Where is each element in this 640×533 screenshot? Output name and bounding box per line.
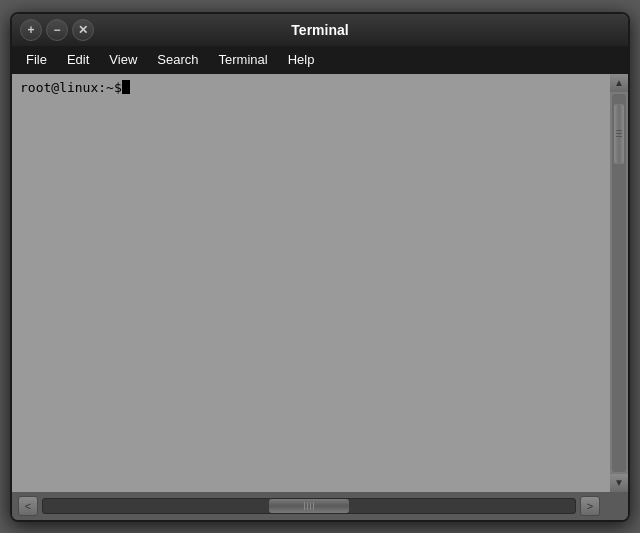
scroll-down-button[interactable]: ▼: [610, 474, 628, 492]
grip-line-3: [616, 136, 622, 137]
grip-line-2: [616, 133, 622, 134]
minimize-button[interactable]: −: [46, 19, 68, 41]
scroll-grip-vertical: [616, 130, 622, 137]
h-grip-line-2: [307, 502, 308, 510]
terminal-prompt-line: root@linux:~$: [20, 80, 602, 95]
add-tab-button[interactable]: +: [20, 19, 42, 41]
menu-file[interactable]: File: [16, 48, 57, 71]
scroll-left-button[interactable]: <: [18, 496, 38, 516]
scroll-up-button[interactable]: ▲: [610, 74, 628, 92]
close-button[interactable]: ✕: [72, 19, 94, 41]
content-area: root@linux:~$ ▲ ▼: [12, 74, 628, 492]
bottom-scrollbar-bar: < >: [12, 492, 628, 520]
scroll-grip-horizontal: [304, 502, 314, 510]
h-grip-line-1: [304, 502, 305, 510]
window-title: Terminal: [94, 22, 546, 38]
menu-terminal[interactable]: Terminal: [209, 48, 278, 71]
terminal-cursor: [122, 80, 130, 94]
prompt-text: root@linux:~$: [20, 80, 122, 95]
titlebar: + − ✕ Terminal: [12, 14, 628, 46]
terminal-window: + − ✕ Terminal File Edit View Search Ter…: [10, 12, 630, 522]
h-grip-line-3: [310, 502, 311, 510]
terminal-display[interactable]: root@linux:~$: [12, 74, 610, 492]
scroll-right-button[interactable]: >: [580, 496, 600, 516]
menu-edit[interactable]: Edit: [57, 48, 99, 71]
menu-help[interactable]: Help: [278, 48, 325, 71]
scroll-track-vertical[interactable]: [612, 94, 626, 472]
menu-view[interactable]: View: [99, 48, 147, 71]
menubar: File Edit View Search Terminal Help: [12, 46, 628, 74]
vertical-scrollbar: ▲ ▼: [610, 74, 628, 492]
scroll-thumb-horizontal[interactable]: [269, 499, 349, 513]
scroll-track-horizontal[interactable]: [42, 498, 576, 514]
scroll-thumb-vertical[interactable]: [614, 104, 624, 164]
window-controls: + − ✕: [20, 19, 94, 41]
grip-line-1: [616, 130, 622, 131]
menu-search[interactable]: Search: [147, 48, 208, 71]
h-grip-line-4: [313, 502, 314, 510]
